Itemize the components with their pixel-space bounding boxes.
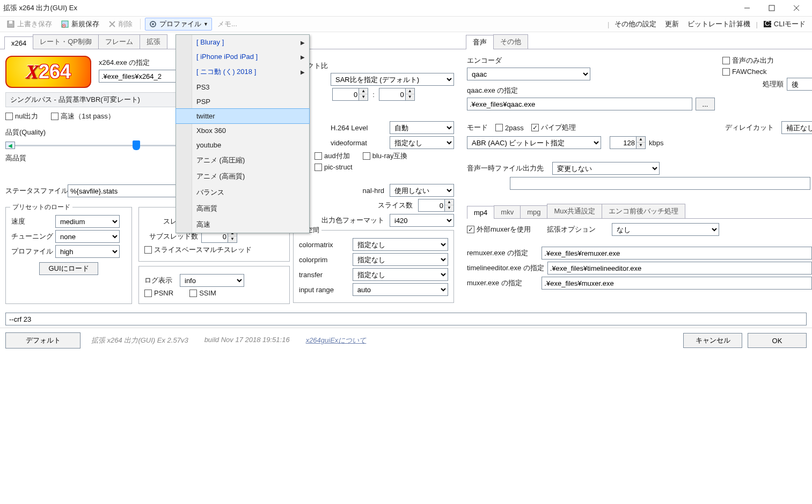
profile-menu-item[interactable]: [ Bluray ]▶ [176,35,309,49]
order-select[interactable]: 後 [787,78,812,91]
toolbar-bitrate-calc[interactable]: ビットレート計算機 [684,18,754,30]
fawcheck-checkbox[interactable]: FAWCheck [722,68,767,76]
profile-menu-item[interactable]: PSP [176,94,309,109]
fast-1st-pass-checkbox[interactable]: 高速（1st pass） [51,112,114,121]
cancel-button[interactable]: キャンセル [683,333,742,348]
tab-batch[interactable]: エンコ前後バッチ処理 [602,204,685,218]
product-label: 拡張 x264 出力(GUI) Ex 2.57v3 [91,336,188,345]
profile-menu-item[interactable]: [ iPhone iPod iPad ]▶ [176,49,309,64]
profile-menu-item[interactable]: [ ニコ動 (く) 2018 ]▶ [176,64,309,80]
audio-abr-rate[interactable]: ▲▼ [610,136,646,149]
ok-button[interactable]: OK [748,333,807,348]
videoformat-select[interactable]: 指定なし [390,136,454,149]
profile-menu-item[interactable]: アニメ (高圧縮) [176,152,309,168]
pipe-checkbox[interactable]: パイプ処理 [531,123,576,132]
bluray-checkbox[interactable]: blu-ray互換 [363,151,408,161]
toolbar-memo[interactable]: メモ... [214,18,240,30]
main-toolbar: 上書き保存 新規保存 削除 プロファイル ▼ メモ... | その他の設定 更新… [0,16,812,32]
tab-frame[interactable]: フレーム [98,34,140,49]
profile-menu-item[interactable]: アニメ (高画質) [176,168,309,184]
separator: | [608,20,609,28]
picstruct-checkbox[interactable]: pic-struct [314,163,353,171]
audio-abr-select[interactable]: ABR (AAC) ビットレート指定 [467,136,601,149]
qaac-exe-browse[interactable]: ... [696,98,715,110]
nul-output-checkbox[interactable]: nul出力 [5,112,38,121]
about-link[interactable]: x264guiExについて [306,336,367,345]
toolbar-profile-dropdown[interactable]: プロファイル ▼ [145,18,212,31]
tab-x264[interactable]: x264 [4,36,33,49]
sar-b-spin[interactable]: ▲▼ [379,88,415,101]
profile-menu-item[interactable]: 高画質 [176,201,309,217]
toolbar-update[interactable]: 更新 [662,18,682,30]
profile-menu-item[interactable]: 高速 [176,217,309,233]
default-button[interactable]: デフォルト [5,332,81,349]
outcolor-label: 出力色フォーマット [320,216,384,225]
panel-audio: エンコーダ qaac qaac.exe の指定 ... 音声のみ出力 FAWCh… [467,54,812,308]
transfer-select[interactable]: 指定なし [353,268,448,281]
toolbar-other-settings[interactable]: その他の設定 [611,18,660,30]
ssim-checkbox[interactable]: SSIM [189,289,216,297]
toolbar-delete[interactable]: 削除 [105,18,136,30]
profile-menu-item[interactable]: twitter [176,109,309,123]
slices-spin[interactable]: ▲▼ [418,199,454,212]
slider-back-button[interactable]: ◀ [5,142,15,149]
colormatrix-label: colormatrix [299,241,347,249]
remuxer-input[interactable] [542,247,811,260]
twopass-checkbox[interactable]: 2pass [495,124,524,132]
ext-opt-select[interactable]: なし [612,223,719,236]
encoder-select[interactable]: qaac [467,68,590,80]
ext-muxer-checkbox[interactable]: 外部muxerを使用 [467,225,531,234]
delaycut-select[interactable]: 補正なし [781,121,812,134]
slice-mt-checkbox[interactable]: スライスベースマルチスレッド [144,245,252,255]
toolbar-save-new[interactable]: 新規保存 [57,18,103,30]
profile-menu-item[interactable]: Xbox 360 [176,123,309,138]
outcolor-select[interactable]: i420 [390,214,454,227]
submenu-arrow-icon: ▶ [301,69,305,75]
preset-speed-select[interactable]: medium [55,215,120,228]
h264-level-select[interactable]: 自動 [390,121,454,134]
aspect-select[interactable]: SAR比を指定 (デフォルト) [331,73,454,86]
tab-mux-common[interactable]: Mux共通設定 [547,204,602,218]
nalhrd-select[interactable]: 使用しない [390,184,454,197]
muxer-input[interactable] [542,277,811,290]
window-close-button[interactable] [784,0,809,16]
preset-profile-label: プロファイル [11,247,52,256]
audio-only-checkbox[interactable]: 音声のみ出力 [722,56,774,65]
colormatrix-select[interactable]: 指定なし [353,238,448,251]
window-minimize-button[interactable] [735,0,759,16]
tab-ext[interactable]: 拡張 [140,34,167,49]
commandline-row [5,313,807,325]
toolbar-cli-mode[interactable]: C:\ CLIモード [760,18,809,30]
audio-tmp-label: 音声一時ファイル出力先 [467,164,544,173]
gui-load-button[interactable]: GUIにロード [39,262,98,275]
preset-profile-select[interactable]: high [55,245,120,258]
tab-other[interactable]: その他 [493,34,528,49]
tab-mpg[interactable]: mpg [520,205,547,218]
tab-mp4[interactable]: mp4 [467,206,494,219]
profile-menu-item[interactable]: PS3 [176,80,309,94]
preset-tune-select[interactable]: none [55,230,120,243]
tleditor-input[interactable] [547,262,812,275]
sar-a-spin[interactable]: ▲▼ [332,88,368,101]
profile-menu-item[interactable]: youtube [176,138,309,152]
window-maximize-button[interactable] [759,0,784,16]
commandline-input[interactable] [5,313,807,325]
status-file-label: ステータスファイル [5,186,64,196]
psnr-checkbox[interactable]: PSNR [144,289,173,297]
tab-mkv[interactable]: mkv [494,205,521,218]
audio-tmp-path[interactable] [510,177,810,190]
submenu-arrow-icon: ▶ [301,39,305,45]
aud-checkbox[interactable]: aud付加 [314,151,350,161]
inputrange-select[interactable]: auto [353,283,448,296]
qaac-exe-input[interactable] [467,98,692,110]
sar-sep: : [372,91,375,99]
tab-audio[interactable]: 音声 [466,35,494,49]
toolbar-overwrite-save[interactable]: 上書き保存 [3,18,55,30]
log-level-select[interactable]: info [180,274,244,287]
preset-tune-label: チューニング [11,232,52,241]
profile-menu-item[interactable]: バランス [176,184,309,201]
audio-tmp-select[interactable]: 変更しない [552,162,660,175]
colorprim-select[interactable]: 指定なし [353,253,448,266]
svg-point-12 [152,23,154,25]
tab-rate-qp[interactable]: レート・QP制御 [33,34,99,49]
